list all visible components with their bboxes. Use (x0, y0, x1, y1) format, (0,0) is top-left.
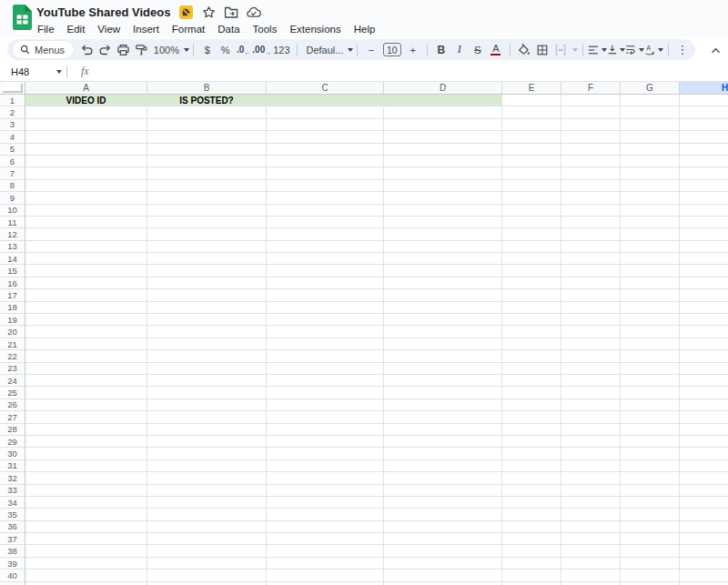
cell-E9[interactable] (502, 192, 561, 204)
cell-C3[interactable] (267, 119, 384, 131)
cell-F17[interactable] (561, 289, 621, 301)
row-header-9[interactable]: 9 (0, 192, 25, 204)
font-size-input[interactable]: 10 (383, 43, 401, 56)
cell-D3[interactable] (384, 119, 502, 131)
cell-E36[interactable] (502, 521, 561, 533)
cell-E19[interactable] (502, 314, 561, 326)
row-header-4[interactable]: 4 (0, 131, 25, 143)
cell-D23[interactable] (384, 363, 502, 375)
row-header-16[interactable]: 16 (0, 277, 25, 289)
horizontal-align-button[interactable] (588, 41, 607, 59)
cell-B41[interactable] (147, 582, 267, 585)
cell-H41[interactable] (680, 582, 728, 585)
cell-C9[interactable] (267, 192, 384, 204)
cell-B33[interactable] (147, 485, 267, 497)
row-header-15[interactable]: 15 (0, 265, 25, 277)
cell-D20[interactable] (384, 326, 502, 338)
merge-options-chevron-icon[interactable] (572, 48, 578, 52)
cell-E13[interactable] (502, 241, 561, 253)
cell-C12[interactable] (267, 228, 384, 240)
cell-D30[interactable] (384, 448, 502, 459)
cell-B20[interactable] (147, 326, 267, 338)
cell-F35[interactable] (561, 509, 621, 520)
cell-C1[interactable] (267, 95, 384, 106)
cell-G6[interactable] (621, 156, 680, 167)
cell-G21[interactable] (621, 338, 680, 350)
cell-C31[interactable] (267, 460, 384, 472)
cell-G5[interactable] (621, 144, 680, 156)
cell-H27[interactable] (680, 411, 728, 423)
row-header-18[interactable]: 18 (0, 302, 25, 314)
cell-F33[interactable] (561, 485, 621, 497)
row-header-40[interactable]: 40 (0, 570, 25, 581)
cell-F12[interactable] (561, 228, 621, 240)
cell-B22[interactable] (147, 350, 267, 362)
row-header-21[interactable]: 21 (0, 338, 25, 350)
cell-H38[interactable] (680, 545, 728, 557)
cell-A1[interactable]: VIDEO ID (25, 95, 147, 106)
cell-C39[interactable] (267, 558, 384, 570)
cell-C33[interactable] (267, 485, 384, 497)
menus-search-button[interactable]: Menus (13, 41, 74, 58)
cell-D24[interactable] (384, 375, 502, 387)
cell-B39[interactable] (147, 558, 267, 570)
cell-A19[interactable] (25, 314, 147, 326)
cell-H36[interactable] (680, 521, 728, 533)
row-header-33[interactable]: 33 (0, 485, 25, 497)
row-header-12[interactable]: 12 (0, 228, 25, 240)
cell-C34[interactable] (267, 497, 384, 509)
cell-A13[interactable] (25, 241, 147, 253)
cell-G8[interactable] (621, 180, 680, 192)
cell-A39[interactable] (25, 558, 147, 570)
cell-H23[interactable] (680, 363, 728, 375)
cell-F23[interactable] (561, 363, 621, 375)
italic-button[interactable]: I (450, 41, 469, 59)
cell-H7[interactable] (680, 167, 728, 179)
cell-E35[interactable] (502, 509, 561, 520)
cell-E4[interactable] (502, 131, 561, 143)
column-header-D[interactable]: D (384, 82, 502, 95)
cell-C27[interactable] (267, 411, 384, 423)
cell-A21[interactable] (25, 338, 147, 350)
column-header-B[interactable]: B (147, 82, 267, 95)
cell-F21[interactable] (561, 338, 621, 350)
column-header-G[interactable]: G (621, 82, 680, 95)
cell-H8[interactable] (680, 180, 728, 192)
cell-F27[interactable] (561, 411, 621, 423)
cell-F41[interactable] (561, 582, 621, 585)
cell-G40[interactable] (621, 570, 680, 581)
cell-G36[interactable] (621, 521, 680, 533)
cell-G41[interactable] (621, 582, 680, 585)
cell-C36[interactable] (267, 521, 384, 533)
cell-A38[interactable] (25, 545, 147, 557)
redo-button[interactable] (96, 41, 114, 59)
cell-D31[interactable] (384, 460, 502, 472)
column-header-A[interactable]: A (25, 82, 147, 95)
row-header-3[interactable]: 3 (0, 119, 25, 131)
cell-H12[interactable] (680, 228, 728, 240)
cell-A23[interactable] (25, 363, 147, 375)
cell-E38[interactable] (502, 545, 561, 557)
cell-C38[interactable] (267, 545, 384, 557)
cell-D9[interactable] (384, 192, 502, 204)
row-header-37[interactable]: 37 (0, 533, 25, 545)
zoom-dropdown[interactable]: 100% (150, 41, 188, 59)
cell-B30[interactable] (147, 448, 267, 459)
cell-B6[interactable] (147, 156, 267, 167)
cell-B10[interactable] (147, 205, 267, 217)
cell-G10[interactable] (621, 205, 680, 217)
cell-A14[interactable] (25, 253, 147, 265)
cell-D2[interactable] (384, 106, 502, 118)
cell-D1[interactable] (384, 95, 502, 106)
cell-A30[interactable] (25, 448, 147, 459)
cell-D15[interactable] (384, 265, 502, 277)
undo-button[interactable] (77, 41, 96, 59)
cell-E31[interactable] (502, 460, 561, 472)
menu-format[interactable]: Format (166, 22, 211, 36)
cell-A26[interactable] (25, 399, 147, 411)
cell-G32[interactable] (621, 472, 680, 484)
cell-D33[interactable] (384, 485, 502, 497)
cell-F3[interactable] (561, 119, 621, 131)
cell-G20[interactable] (621, 326, 680, 338)
cell-F19[interactable] (561, 314, 621, 326)
